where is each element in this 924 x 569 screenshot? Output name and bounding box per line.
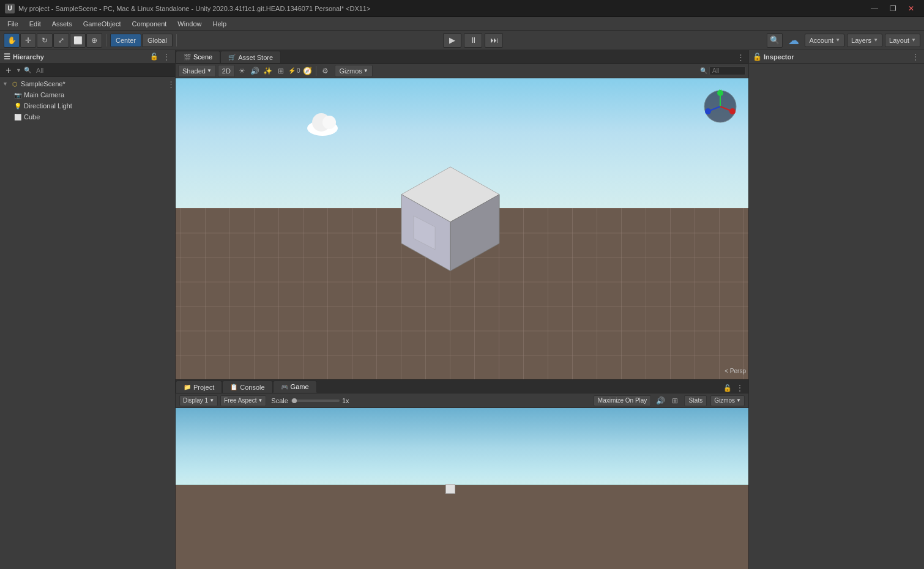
cube-item-label: Cube: [24, 113, 40, 121]
scene-canvas: Y X Z < Persp: [176, 78, 748, 379]
rotate-tool[interactable]: ↻: [37, 33, 53, 48]
menu-edit[interactable]: Edit: [24, 19, 46, 29]
tab-scene[interactable]: 🎬 Scene: [176, 51, 220, 63]
layout-dropdown[interactable]: Layout ▼: [885, 34, 920, 47]
layers-label: Layers: [851, 37, 871, 44]
maximize-button[interactable]: ❐: [885, 3, 901, 14]
scale-value: 1x: [342, 397, 349, 404]
game-scale: Scale 1x: [271, 397, 349, 404]
menu-file[interactable]: File: [2, 19, 23, 29]
hierarchy-icon: ☰: [4, 53, 10, 61]
transform-tool[interactable]: ⊕: [86, 33, 102, 48]
bottom-panel-menu[interactable]: ⋮: [735, 383, 745, 393]
bottom-panel: 📁 Project 📋 Console 🎮 Game 🔓 ⋮: [176, 379, 748, 569]
scene-search-group: 🔍: [700, 66, 746, 75]
menu-component[interactable]: Component: [127, 19, 171, 29]
hierarchy-light-item[interactable]: 💡 Directional Light: [0, 100, 175, 111]
persp-label: < Persp: [725, 368, 746, 374]
search-button[interactable]: 🔍: [767, 33, 783, 48]
gizmos-dropdown[interactable]: Gizmos ▼: [335, 65, 372, 77]
account-dropdown[interactable]: Account ▼: [805, 34, 844, 47]
hierarchy-search-label: 🔍: [24, 67, 31, 73]
toolbar-divider-2: [176, 34, 177, 46]
global-toggle[interactable]: Global: [142, 34, 173, 47]
game-audio-button[interactable]: 🔊: [655, 395, 666, 406]
scene-stats-group: ⚡ 0: [288, 67, 300, 74]
scene-options-button[interactable]: ⋮: [167, 80, 175, 89]
pause-button[interactable]: ⏸: [464, 33, 482, 48]
bottom-tab-bar: 📁 Project 📋 Console 🎮 Game 🔓 ⋮: [176, 380, 748, 393]
hierarchy-cube-item[interactable]: ⬜ Cube: [0, 111, 175, 122]
nav-toggle[interactable]: 🧭: [302, 65, 313, 76]
tab-game[interactable]: 🎮 Game: [273, 381, 317, 393]
move-tool[interactable]: ✛: [20, 33, 36, 48]
step-button[interactable]: ⏭: [485, 33, 503, 48]
hierarchy-content: ▼ ⬡ SampleScene* ⋮ 📷 Main Camera 💡 Direc…: [0, 77, 175, 569]
stats-icon: ⚡: [288, 67, 296, 74]
tab-assetstore[interactable]: 🛒 Asset Store: [220, 51, 281, 63]
menu-window[interactable]: Window: [173, 19, 206, 29]
stats-num: 0: [297, 67, 300, 74]
cloud-button[interactable]: ☁: [785, 33, 802, 48]
scene-viewport[interactable]: Y X Z < Persp: [176, 78, 748, 379]
inspector-menu-button[interactable]: ⋮: [911, 52, 920, 62]
2d-label: 2D: [222, 67, 231, 75]
hand-tool[interactable]: ✋: [4, 33, 20, 48]
maximize-on-play-button[interactable]: Maximize On Play: [594, 395, 652, 406]
tab-project[interactable]: 📁 Project: [176, 381, 222, 393]
layers-dropdown[interactable]: Layers ▼: [847, 34, 882, 47]
light-item-label: Directional Light: [24, 102, 72, 110]
rect-tool[interactable]: ⬜: [70, 33, 86, 48]
scene-viewport-wrapper: Y X Z < Persp: [176, 78, 748, 569]
menu-assets[interactable]: Assets: [47, 19, 77, 29]
inspector-title: Inspector: [764, 53, 908, 61]
close-button[interactable]: ✕: [903, 3, 919, 14]
scale-slider[interactable]: [291, 400, 340, 402]
hierarchy-add-button[interactable]: +: [4, 65, 13, 75]
scale-tool[interactable]: ⤢: [53, 33, 69, 48]
hierarchy-lock-button[interactable]: 🔓: [149, 52, 159, 62]
scene-expand-arrow: ▼: [2, 81, 9, 87]
center-toggle[interactable]: Center: [110, 34, 141, 47]
audio-toggle[interactable]: 🔊: [250, 65, 261, 76]
game-viewport[interactable]: [176, 408, 748, 569]
game-right: Maximize On Play 🔊 ⊞ Stats Gizmos ▼: [594, 395, 745, 406]
layers-arrow: ▼: [873, 37, 878, 43]
toolbar-divider-1: [106, 34, 106, 46]
skybox-toggle[interactable]: ⊞: [275, 65, 286, 76]
hierarchy-scene-item[interactable]: ▼ ⬡ SampleScene* ⋮: [0, 78, 175, 89]
menu-gameobject[interactable]: GameObject: [78, 19, 126, 29]
2d-button[interactable]: 2D: [218, 65, 235, 77]
scene-tabs-more[interactable]: ⋮: [733, 51, 748, 63]
assetstore-tab-icon: 🛒: [228, 54, 236, 61]
settings-button[interactable]: ⚙: [319, 65, 330, 76]
scene-tab-label: Scene: [193, 53, 212, 61]
scene-search-input[interactable]: [709, 66, 746, 75]
aspect-dropdown[interactable]: Free Aspect ▼: [220, 395, 266, 406]
camera-item-label: Main Camera: [24, 91, 64, 99]
project-tab-icon: 📁: [184, 384, 191, 390]
account-arrow: ▼: [835, 37, 840, 43]
game-stats-grid-button[interactable]: ⊞: [669, 395, 680, 406]
play-button[interactable]: ▶: [443, 33, 461, 48]
display-dropdown[interactable]: Display 1 ▼: [179, 395, 218, 406]
game-gizmos-arrow: ▼: [736, 398, 741, 403]
game-gizmos-dropdown[interactable]: Gizmos ▼: [710, 395, 745, 406]
game-toolbar: Display 1 ▼ Free Aspect ▼ Scale 1x: [176, 393, 748, 408]
shading-dropdown[interactable]: Shaded ▼: [178, 65, 216, 77]
scene-search-icon: 🔍: [700, 67, 707, 74]
play-controls: ▶ ⏸ ⏭: [181, 33, 766, 48]
stats-button[interactable]: Stats: [684, 395, 707, 406]
scale-label: Scale: [271, 397, 288, 404]
hierarchy-search-input[interactable]: [36, 67, 171, 74]
tab-console[interactable]: 📋 Console: [222, 381, 272, 393]
minimize-button[interactable]: —: [866, 3, 882, 14]
fx-toggle[interactable]: ✨: [263, 65, 274, 76]
hierarchy-camera-item[interactable]: 📷 Main Camera: [0, 89, 175, 100]
lighting-toggle[interactable]: ☀: [237, 65, 248, 76]
menu-help[interactable]: Help: [207, 19, 231, 29]
inspector-lock-icon[interactable]: 🔓: [753, 53, 761, 61]
game-gizmos-label: Gizmos: [714, 397, 735, 404]
bottom-panel-popout[interactable]: 🔓: [723, 383, 732, 393]
hierarchy-menu-button[interactable]: ⋮: [162, 52, 171, 62]
